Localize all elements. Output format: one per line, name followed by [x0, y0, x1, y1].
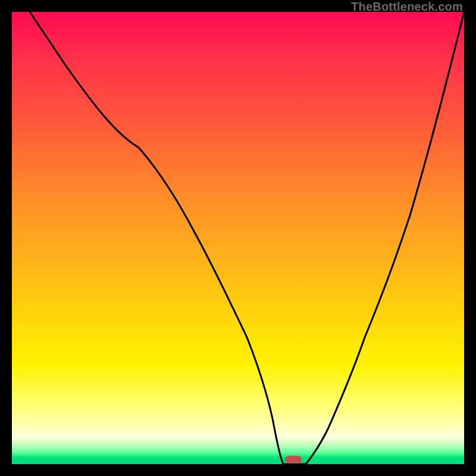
optimal-marker	[285, 456, 302, 464]
curve-path	[30, 12, 464, 464]
chart-frame: TheBottleneck.com	[0, 0, 476, 476]
bottleneck-curve	[12, 12, 464, 464]
plot-area	[12, 12, 464, 464]
